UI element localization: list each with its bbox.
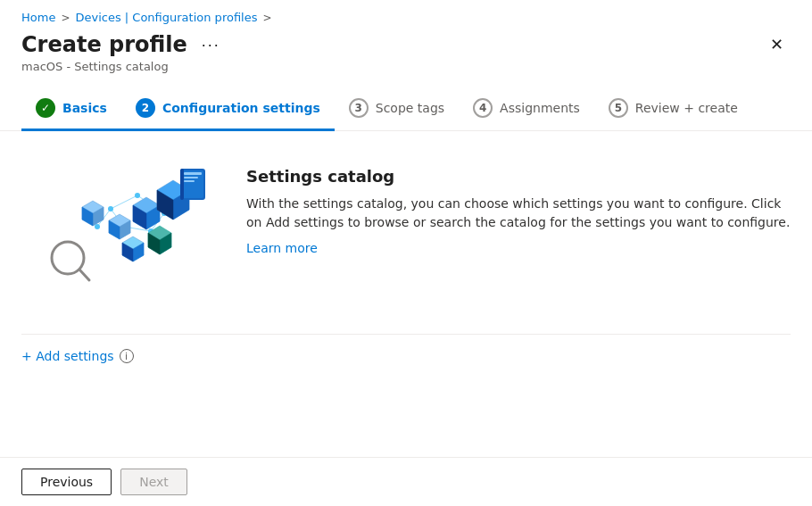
breadcrumb-sep1: > xyxy=(61,12,70,24)
step-assignments-label: Assignments xyxy=(500,101,580,115)
section-divider xyxy=(21,334,791,335)
add-settings-row: + Add settings i xyxy=(21,349,791,363)
catalog-info: Settings catalog With the settings catal… xyxy=(246,160,791,255)
settings-catalog-section: Settings catalog With the settings catal… xyxy=(21,160,791,305)
footer: Previous Next xyxy=(0,457,812,506)
svg-rect-37 xyxy=(180,169,184,200)
add-settings-button[interactable]: + Add settings xyxy=(21,349,114,363)
step-basics-label: Basics xyxy=(62,101,107,115)
next-button: Next xyxy=(120,469,187,495)
svg-rect-36 xyxy=(184,180,195,182)
step-scope-label: Scope tags xyxy=(376,101,444,115)
previous-button[interactable]: Previous xyxy=(21,469,112,495)
breadcrumb-home[interactable]: Home xyxy=(21,11,55,24)
step-review-circle: 5 xyxy=(609,98,628,118)
learn-more-link[interactable]: Learn more xyxy=(246,241,318,255)
close-button[interactable]: ✕ xyxy=(763,31,791,58)
step-basics-circle: ✓ xyxy=(36,98,55,118)
step-scope-circle: 3 xyxy=(349,98,369,118)
step-basics[interactable]: ✓ Basics xyxy=(21,87,121,131)
main-content: Settings catalog With the settings catal… xyxy=(0,131,812,399)
step-config-circle: 2 xyxy=(136,98,155,118)
breadcrumb: Home > Devices | Configuration profiles … xyxy=(21,11,791,24)
wizard-steps: ✓ Basics 2 Configuration settings 3 Scop… xyxy=(0,87,812,131)
catalog-title: Settings catalog xyxy=(246,167,791,186)
page-header: Home > Devices | Configuration profiles … xyxy=(0,0,812,73)
svg-rect-35 xyxy=(184,177,198,178)
step-review-label: Review + create xyxy=(635,101,738,115)
step-review-create[interactable]: 5 Review + create xyxy=(594,87,752,131)
info-icon[interactable]: i xyxy=(120,349,134,363)
breadcrumb-sep2: > xyxy=(262,12,271,24)
step-config-label: Configuration settings xyxy=(162,101,320,115)
step-configuration-settings[interactable]: 2 Configuration settings xyxy=(121,87,335,131)
step-assignments-circle: 4 xyxy=(473,98,493,118)
catalog-illustration xyxy=(21,160,218,305)
breadcrumb-devices[interactable]: Devices | Configuration profiles xyxy=(75,11,257,24)
ellipsis-button[interactable]: ··· xyxy=(196,34,226,56)
svg-line-1 xyxy=(79,270,89,280)
step-scope-tags[interactable]: 3 Scope tags xyxy=(335,87,459,131)
page-title-left: Create profile ··· xyxy=(21,32,226,57)
step-assignments[interactable]: 4 Assignments xyxy=(459,87,594,131)
page-title-row: Create profile ··· ✕ xyxy=(21,31,791,58)
page-subtitle: macOS - Settings catalog xyxy=(21,60,791,73)
svg-rect-34 xyxy=(184,172,202,175)
catalog-description: With the settings catalog, you can choos… xyxy=(246,195,791,232)
page-title: Create profile xyxy=(21,32,187,57)
